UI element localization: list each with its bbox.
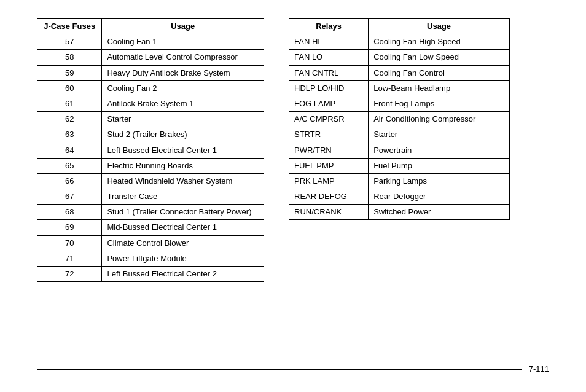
table-row: 67Transfer Case [37, 189, 264, 205]
fuse-number: 70 [37, 235, 102, 251]
fuse-number: 63 [37, 127, 102, 143]
relays-header: Relays [289, 19, 369, 34]
relay-usage: Cooling Fan Control [369, 65, 510, 80]
table-row: 57Cooling Fan 1 [37, 34, 264, 50]
relays-usage-header: Usage [369, 19, 510, 34]
table-row: 63Stud 2 (Trailer Brakes) [37, 127, 264, 143]
jcase-fuses-table: J-Case Fuses Usage 57Cooling Fan 158Auto… [37, 18, 264, 282]
relay-name: A/C CMPRSR [289, 112, 369, 127]
table-row: 59Heavy Duty Antilock Brake System [37, 65, 264, 80]
table-row: 66Heated Windshield Washer System [37, 173, 264, 189]
table-row: 69Mid-Bussed Electrical Center 1 [37, 220, 264, 235]
fuse-number: 72 [37, 267, 102, 282]
relay-usage: Starter [369, 127, 510, 143]
table-row: A/C CMPRSRAir Conditioning Compressor [289, 112, 510, 127]
fuse-number: 60 [37, 80, 102, 96]
fuse-number: 61 [37, 96, 102, 111]
page-number: 7-111 [529, 364, 549, 374]
fuse-number: 64 [37, 143, 102, 158]
relay-name: RUN/CRANK [289, 205, 369, 220]
fuse-usage: Automatic Level Control Compressor [102, 50, 264, 65]
relay-name: FAN CNTRL [289, 65, 369, 80]
table-row: REAR DEFOGRear Defogger [289, 189, 510, 205]
fuse-usage: Mid-Bussed Electrical Center 1 [102, 220, 264, 235]
fuse-number: 57 [37, 34, 102, 50]
table-row: 58Automatic Level Control Compressor [37, 50, 264, 65]
fuse-number: 62 [37, 112, 102, 127]
relays-table: Relays Usage FAN HICooling Fan High Spee… [289, 18, 510, 220]
relay-name: HDLP LO/HID [289, 80, 369, 96]
relay-usage: Cooling Fan High Speed [369, 34, 510, 50]
fuse-usage: Climate Control Blower [102, 235, 264, 251]
relay-name: FAN HI [289, 34, 369, 50]
relay-usage: Front Fog Lamps [369, 96, 510, 111]
table-row: PRK LAMPParking Lamps [289, 173, 510, 189]
table-row: 62Starter [37, 112, 264, 127]
relay-usage: Fuel Pump [369, 158, 510, 173]
table-row: 64Left Bussed Electrical Center 1 [37, 143, 264, 158]
relay-name: FOG LAMP [289, 96, 369, 111]
relay-name: REAR DEFOG [289, 189, 369, 205]
relay-usage: Cooling Fan Low Speed [369, 50, 510, 65]
relay-usage: Air Conditioning Compressor [369, 112, 510, 127]
relay-name: FUEL PMP [289, 158, 369, 173]
table-row: 71Power Liftgate Module [37, 251, 264, 266]
jcase-usage-header: Usage [102, 19, 264, 34]
relay-name: STRTR [289, 127, 369, 143]
fuse-number: 66 [37, 173, 102, 189]
fuse-usage: Cooling Fan 2 [102, 80, 264, 96]
fuse-usage: Transfer Case [102, 189, 264, 205]
relay-usage: Parking Lamps [369, 173, 510, 189]
fuse-usage: Heated Windshield Washer System [102, 173, 264, 189]
fuse-usage: Cooling Fan 1 [102, 34, 264, 50]
fuse-number: 58 [37, 50, 102, 65]
table-row: FAN CNTRLCooling Fan Control [289, 65, 510, 80]
fuse-number: 71 [37, 251, 102, 266]
page-content: J-Case Fuses Usage 57Cooling Fan 158Auto… [0, 0, 586, 307]
relay-usage: Switched Power [369, 205, 510, 220]
table-row: FAN HICooling Fan High Speed [289, 34, 510, 50]
fuse-usage: Left Bussed Electrical Center 2 [102, 267, 264, 282]
table-row: 72Left Bussed Electrical Center 2 [37, 267, 264, 282]
footer: 7-111 [37, 364, 549, 374]
table-row: 65Electric Running Boards [37, 158, 264, 173]
footer-line [37, 369, 522, 370]
fuse-number: 68 [37, 205, 102, 220]
fuse-usage: Stud 2 (Trailer Brakes) [102, 127, 264, 143]
relay-name: PWR/TRN [289, 143, 369, 158]
table-row: FUEL PMPFuel Pump [289, 158, 510, 173]
fuse-number: 67 [37, 189, 102, 205]
fuse-usage: Left Bussed Electrical Center 1 [102, 143, 264, 158]
table-row: HDLP LO/HIDLow-Beam Headlamp [289, 80, 510, 96]
table-row: STRTRStarter [289, 127, 510, 143]
table-row: 70Climate Control Blower [37, 235, 264, 251]
fuse-usage: Power Liftgate Module [102, 251, 264, 266]
fuse-usage: Starter [102, 112, 264, 127]
relay-name: PRK LAMP [289, 173, 369, 189]
fuse-number: 59 [37, 65, 102, 80]
table-row: 68Stud 1 (Trailer Connector Battery Powe… [37, 205, 264, 220]
table-row: FOG LAMPFront Fog Lamps [289, 96, 510, 111]
table-row: RUN/CRANKSwitched Power [289, 205, 510, 220]
table-row: PWR/TRNPowertrain [289, 143, 510, 158]
jcase-header: J-Case Fuses [37, 19, 102, 34]
table-row: 60Cooling Fan 2 [37, 80, 264, 96]
fuse-usage: Electric Running Boards [102, 158, 264, 173]
fuse-usage: Stud 1 (Trailer Connector Battery Power) [102, 205, 264, 220]
relay-usage: Rear Defogger [369, 189, 510, 205]
fuse-number: 69 [37, 220, 102, 235]
fuse-usage: Heavy Duty Antilock Brake System [102, 65, 264, 80]
table-row: 61Antilock Brake System 1 [37, 96, 264, 111]
relay-name: FAN LO [289, 50, 369, 65]
fuse-number: 65 [37, 158, 102, 173]
table-row: FAN LOCooling Fan Low Speed [289, 50, 510, 65]
relay-usage: Powertrain [369, 143, 510, 158]
relay-usage: Low-Beam Headlamp [369, 80, 510, 96]
fuse-usage: Antilock Brake System 1 [102, 96, 264, 111]
